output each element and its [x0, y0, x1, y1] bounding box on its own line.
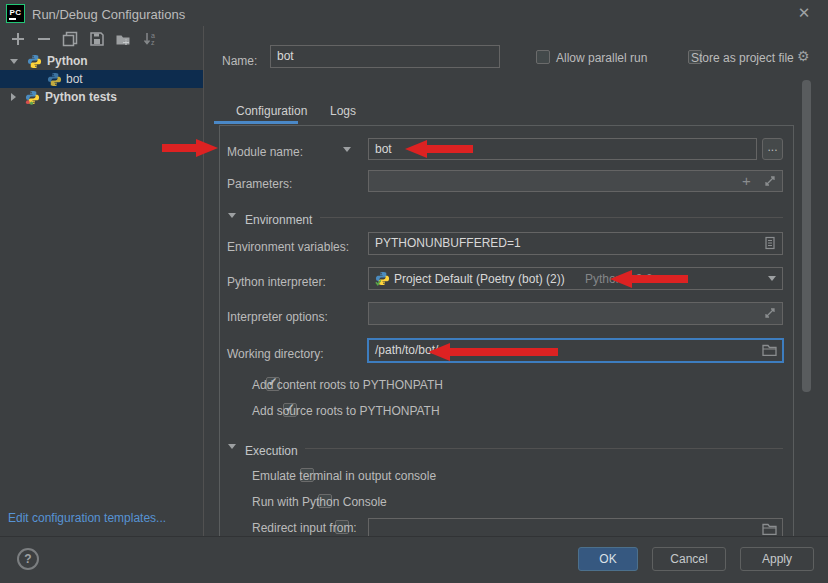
environment-section-collapse-icon[interactable]: [228, 213, 236, 218]
execution-section-collapse-icon[interactable]: [228, 444, 236, 449]
tree-item-bot-selected[interactable]: bot: [0, 70, 203, 88]
allow-parallel-run-label: Allow parallel run: [556, 51, 647, 65]
run-with-python-console-label: Run with Python Console: [252, 495, 387, 509]
environment-variables-label: Environment variables:: [227, 236, 349, 258]
edit-configuration-templates-link[interactable]: Edit configuration templates...: [8, 511, 166, 525]
environment-variables-list-icon[interactable]: [763, 236, 777, 250]
gear-icon[interactable]: ⚙: [797, 48, 810, 64]
close-icon[interactable]: ✕: [794, 4, 814, 22]
module-name-input[interactable]: bot: [368, 138, 757, 160]
environment-variables-input[interactable]: PYTHONUNBUFFERED=1: [368, 232, 783, 255]
store-as-project-file-label: Store as project file: [691, 51, 794, 65]
name-label: Name:: [222, 50, 257, 72]
cancel-button[interactable]: Cancel: [652, 547, 726, 571]
new-folder-icon[interactable]: [115, 31, 131, 47]
redirect-input-label: Redirect input from:: [252, 521, 357, 535]
parameters-expand-icon[interactable]: [763, 174, 777, 188]
parameters-input[interactable]: [368, 170, 783, 192]
working-directory-input[interactable]: /path/to/bot/: [367, 338, 784, 363]
execution-section-title: Execution: [245, 440, 298, 462]
environment-section-title: Environment: [245, 209, 312, 231]
interpreter-options-input[interactable]: [368, 302, 783, 325]
tree-item-python[interactable]: Python: [0, 52, 203, 70]
tab-configuration[interactable]: Configuration: [236, 104, 307, 118]
active-tab-underline: [214, 121, 298, 124]
remove-configuration-icon[interactable]: [36, 31, 52, 47]
copy-configuration-icon[interactable]: [62, 31, 78, 47]
window-title: Run/Debug Configurations: [32, 7, 185, 22]
python-interpreter-dropdown-icon[interactable]: [768, 276, 776, 281]
python-interpreter-version: Python 3.9.6: [585, 272, 652, 286]
annotation-arrow-module-name-label: [162, 139, 218, 157]
scrollbar-thumb[interactable]: [802, 80, 811, 392]
working-directory-folder-icon[interactable]: [762, 343, 777, 356]
python-interpreter-value: Project Default (Poetry (bot) (2)): [394, 272, 565, 286]
emulate-terminal-label: Emulate terminal in output console: [252, 469, 436, 483]
footer-divider: [0, 536, 828, 537]
svg-text:z: z: [151, 39, 155, 46]
execution-section-line: [305, 448, 783, 449]
allow-parallel-run-checkbox[interactable]: [536, 50, 550, 64]
interpreter-options-label: Interpreter options:: [227, 306, 328, 328]
tree-item-label: bot: [66, 70, 83, 88]
tree-item-label: Python tests: [45, 88, 117, 106]
python-icon: [27, 54, 42, 69]
help-button[interactable]: ?: [17, 548, 39, 570]
ok-button[interactable]: OK: [578, 547, 638, 571]
python-icon: [47, 72, 62, 87]
apply-button[interactable]: Apply: [740, 547, 814, 571]
module-name-browse-button[interactable]: ...: [762, 138, 783, 160]
tab-logs[interactable]: Logs: [330, 104, 356, 118]
python-interpreter-icon: [375, 271, 390, 286]
name-input[interactable]: bot: [270, 45, 500, 68]
add-configuration-icon[interactable]: [10, 31, 26, 47]
module-name-dropdown-icon[interactable]: [343, 147, 351, 152]
svg-text:a: a: [151, 32, 155, 39]
redirect-input-field[interactable]: [368, 518, 783, 536]
interpreter-options-expand-icon[interactable]: [763, 306, 777, 320]
environment-section-line: [320, 217, 783, 218]
chevron-down-icon[interactable]: [10, 59, 18, 64]
add-content-roots-label: Add content roots to PYTHONPATH: [252, 378, 443, 392]
sidebar-divider: [203, 26, 204, 536]
redirect-input-folder-icon[interactable]: [762, 522, 777, 535]
tree-item-label: Python: [47, 52, 88, 70]
chevron-right-icon[interactable]: [11, 93, 16, 101]
pycharm-logo-icon: PC: [6, 4, 25, 23]
module-name-label: Module name:: [227, 141, 303, 163]
save-configuration-icon[interactable]: [89, 31, 105, 47]
working-directory-label: Working directory:: [227, 343, 323, 365]
tree-item-python-tests[interactable]: Python tests: [0, 88, 203, 106]
python-interpreter-label: Python interpreter:: [227, 271, 326, 293]
parameters-label: Parameters:: [227, 173, 292, 195]
sort-configurations-icon[interactable]: a z: [142, 31, 158, 47]
add-source-roots-label: Add source roots to PYTHONPATH: [252, 404, 440, 418]
parameters-add-icon[interactable]: +: [742, 172, 751, 189]
python-tests-icon: [25, 90, 40, 105]
